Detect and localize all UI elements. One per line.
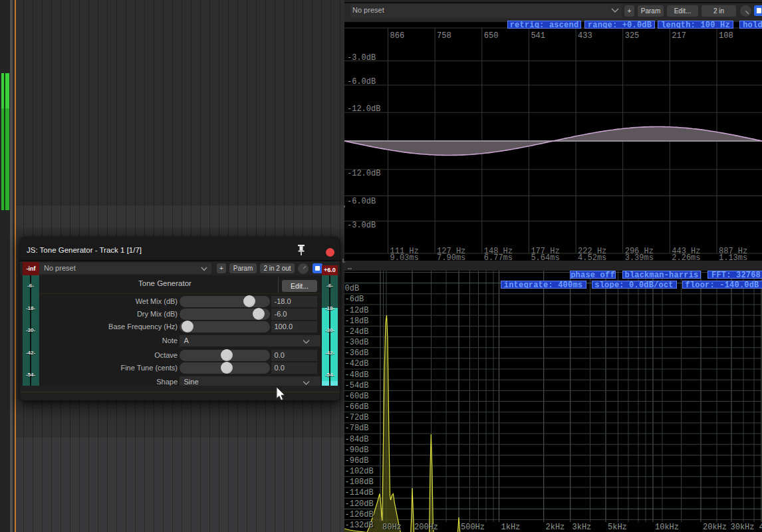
svg-text:-78dB: -78dB: [345, 424, 369, 433]
svg-text:-30dB: -30dB: [345, 338, 369, 347]
svg-text:-24dB: -24dB: [345, 327, 369, 336]
svg-text:-102dB: -102dB: [345, 467, 374, 476]
svg-text:-96dB: -96dB: [345, 456, 369, 466]
svg-text:1kHz: 1kHz: [501, 523, 521, 532]
svg-text:-36dB: -36dB: [345, 348, 369, 358]
svg-text:500Hz: 500Hz: [461, 523, 485, 532]
svg-text:80Hz: 80Hz: [382, 523, 402, 532]
svg-text:4: 4: [759, 523, 762, 532]
svg-text:-90dB: -90dB: [345, 446, 369, 455]
svg-text:541: 541: [531, 31, 545, 41]
svg-text:-3.0dB: -3.0dB: [347, 221, 376, 230]
svg-text:-72dB: -72dB: [345, 413, 369, 422]
svg-text:5kHz: 5kHz: [608, 523, 627, 532]
svg-text:-42dB: -42dB: [345, 359, 369, 368]
svg-text:-3.0dB: -3.0dB: [347, 53, 376, 63]
svg-text:-6.0dB: -6.0dB: [347, 77, 376, 86]
svg-text:-54dB: -54dB: [345, 381, 369, 390]
svg-text:-48dB: -48dB: [345, 370, 369, 380]
svg-text:866: 866: [390, 31, 405, 41]
svg-text:10kHz: 10kHz: [655, 523, 679, 532]
svg-text:-132dB: -132dB: [345, 521, 374, 530]
svg-text:-6dB: -6dB: [345, 295, 364, 304]
svg-text:-6.0dB: -6.0dB: [347, 197, 376, 206]
svg-text:0dB: 0dB: [345, 284, 360, 293]
svg-text:30kHz: 30kHz: [731, 523, 755, 532]
svg-text:-12.0dB: -12.0dB: [347, 104, 380, 114]
svg-text:-60dB: -60dB: [345, 392, 369, 401]
svg-text:-108dB: -108dB: [345, 477, 374, 487]
svg-text:20kHz: 20kHz: [703, 523, 727, 532]
svg-text:200Hz: 200Hz: [414, 523, 438, 532]
svg-text:325: 325: [625, 31, 640, 41]
svg-text:-126dB: -126dB: [345, 510, 374, 519]
svg-text:758: 758: [437, 31, 451, 41]
svg-text:3kHz: 3kHz: [572, 523, 592, 532]
svg-text:-18dB: -18dB: [345, 317, 369, 326]
svg-text:650: 650: [484, 31, 499, 41]
svg-text:433: 433: [578, 31, 592, 41]
svg-text:2kHz: 2kHz: [546, 523, 565, 532]
svg-text:-120dB: -120dB: [345, 499, 374, 509]
svg-text:-66dB: -66dB: [345, 402, 369, 412]
svg-text:-12dB: -12dB: [345, 306, 369, 315]
svg-text:-84dB: -84dB: [345, 435, 369, 444]
svg-text:108: 108: [719, 31, 733, 41]
svg-text:-114dB: -114dB: [345, 488, 374, 497]
svg-text:217: 217: [672, 31, 686, 41]
svg-text:-12.0dB: -12.0dB: [347, 169, 380, 178]
